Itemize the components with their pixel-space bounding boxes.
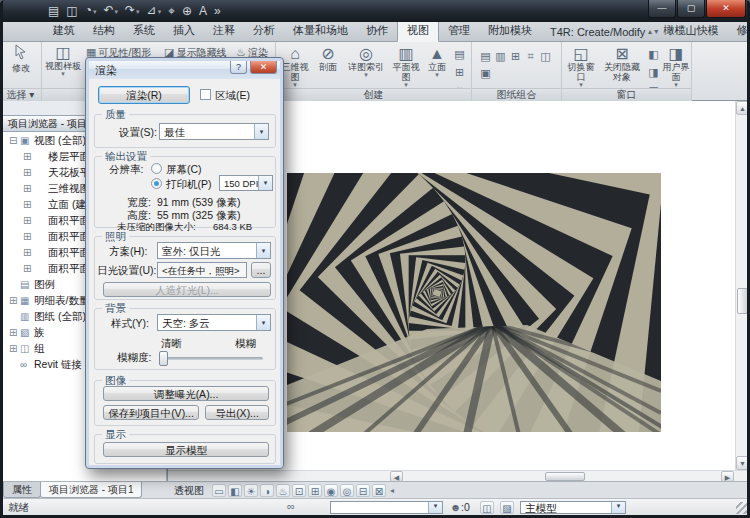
aligned-dimension-icon[interactable]: ⌖: [166, 2, 177, 20]
ribbon-tab[interactable]: 系统: [124, 20, 164, 41]
user-interface-button[interactable]: ◨ 用户界面 ▾: [662, 45, 690, 88]
crop-view-icon[interactable]: ⊡: [292, 484, 306, 497]
scheme-select[interactable]: 室外: 仅日光 ▾: [157, 242, 271, 259]
tree-toggle-icon[interactable]: ⊟: [9, 133, 20, 149]
ribbon-tab[interactable]: 分析: [244, 20, 284, 41]
ribbon-tab[interactable]: 插入: [164, 20, 204, 41]
ribbon-tab[interactable]: 管理: [439, 20, 479, 41]
save-to-project-button[interactable]: 保存到项目中(V)...: [103, 405, 199, 420]
tag-icon[interactable]: ⊕: [180, 2, 194, 20]
undo-icon[interactable]: ↶▾: [101, 1, 120, 21]
ribbon-tab[interactable]: 橄榄山快模: [654, 20, 727, 41]
select-panel-label[interactable]: 选择 ▾: [0, 88, 41, 101]
temporary-hide-isolate-icon[interactable]: ◉: [324, 484, 338, 497]
ribbon-minimize-icon[interactable]: ▴ ▾: [648, 27, 658, 36]
show-crop-region-icon[interactable]: ⊞: [308, 484, 322, 497]
sheet-panel-label[interactable]: 图纸组合: [472, 88, 561, 101]
region-label[interactable]: 区域(E): [215, 89, 250, 103]
screen-size-icon[interactable]: ▭: [212, 484, 226, 497]
editing-requests-icon[interactable]: ☻: [450, 501, 461, 513]
tree-toggle-icon[interactable]: ⊞: [23, 229, 34, 245]
dialog-close-icon[interactable]: ✕: [250, 61, 277, 74]
redo-icon[interactable]: ↷▾: [123, 1, 142, 21]
style-select[interactable]: 天空: 多云 ▾: [157, 314, 271, 331]
tree-toggle-icon[interactable]: ⊞: [9, 293, 20, 309]
tree-toggle-icon[interactable]: ⊞: [23, 261, 34, 277]
reveal-hidden-elements-icon[interactable]: ◎: [340, 484, 354, 497]
tree-toggle-icon[interactable]: ⊞: [23, 245, 34, 261]
plan-view-button[interactable]: ▥ 平面视图 ▾: [390, 45, 422, 88]
adjust-exposure-button[interactable]: 调整曝光(A)...: [103, 386, 269, 401]
scroll-down-icon[interactable]: ▼: [736, 456, 749, 470]
tree-toggle-icon[interactable]: ⊞: [23, 213, 34, 229]
ribbon-tab[interactable]: T4R: Create/Modify: [541, 23, 654, 41]
worksharing-display-icon[interactable]: ◫: [480, 501, 494, 514]
sun-browse-button[interactable]: ...: [251, 262, 271, 278]
blurriness-slider[interactable]: [161, 357, 263, 360]
viewbar-collapse-icon[interactable]: ◂: [390, 486, 394, 495]
printer-radio[interactable]: [151, 178, 162, 189]
artificial-lights-button[interactable]: 人造灯光(L)...: [103, 282, 271, 297]
dpi-select[interactable]: 150 DPI ▾: [219, 175, 273, 191]
more-tools-icon[interactable]: »: [212, 2, 223, 20]
tree-toggle-icon[interactable]: ⊞: [9, 341, 20, 357]
panel-icon[interactable]: ⊞: [508, 49, 523, 63]
printer-label[interactable]: 打印机(P): [166, 178, 212, 192]
resize-grip[interactable]: [736, 502, 748, 514]
panel-icon[interactable]: ⊞: [452, 65, 467, 79]
switch-windows-button[interactable]: ◱ 切换窗口 ▾: [564, 45, 598, 88]
tree-toggle-icon[interactable]: ⊞: [23, 181, 34, 197]
ribbon-tab[interactable]: 协作: [357, 20, 397, 41]
screen-radio[interactable]: [151, 163, 162, 174]
panel-icon[interactable]: ▤: [452, 47, 467, 61]
binoculars-icon[interactable]: ∞: [287, 500, 295, 512]
temporary-view-properties-icon[interactable]: ⊟: [356, 484, 370, 497]
panel-icon[interactable]: ▥: [493, 49, 508, 63]
callout-button[interactable]: ◎ 详图索引 ▾: [344, 45, 388, 78]
region-checkbox[interactable]: [200, 89, 211, 100]
tab-project-browser[interactable]: 项目浏览器 - 项目1: [40, 482, 142, 498]
elevation-button[interactable]: ▲ 立面 ▾: [424, 45, 450, 78]
windows-panel-label[interactable]: 窗口: [562, 88, 691, 101]
show-model-button[interactable]: 显示模型: [103, 442, 269, 457]
shadows-icon[interactable]: ◑: [260, 484, 274, 497]
section-button[interactable]: ⊘ 剖面: [314, 45, 342, 72]
ribbon-tab[interactable]: 结构: [84, 20, 124, 41]
ribbon-tab[interactable]: 修改: [727, 20, 750, 41]
vertical-scroll-thumb[interactable]: [737, 288, 748, 314]
panel-icon[interactable]: ◫: [538, 49, 553, 63]
tree-toggle-icon[interactable]: ⊞: [9, 325, 20, 341]
view-scale-label[interactable]: 透视图: [174, 484, 204, 498]
tree-toggle-icon[interactable]: ⊞: [23, 197, 34, 213]
screen-label[interactable]: 屏幕(C): [166, 163, 202, 177]
horizontal-scrollbar[interactable]: ◀ ▶: [168, 470, 748, 481]
visual-style-icon[interactable]: ◧: [228, 484, 242, 497]
view-template-button[interactable]: ◫ 视图样板 ▾: [44, 44, 82, 77]
save-icon[interactable]: ◫: [64, 2, 79, 20]
default-3d-view-icon[interactable]: ◔▾: [83, 1, 99, 21]
render-dialog-icon[interactable]: ♨: [276, 484, 290, 497]
tree-toggle-icon[interactable]: ⊞: [23, 165, 34, 181]
panel-icon[interactable]: ▣: [478, 66, 493, 80]
modify-button[interactable]: 修改: [4, 44, 38, 73]
scroll-up-icon[interactable]: ▲: [736, 101, 749, 115]
quality-setting-select[interactable]: 最佳 ▾: [159, 123, 269, 140]
horizontal-scroll-thumb[interactable]: [545, 472, 585, 481]
close-button[interactable]: ✕: [706, 0, 746, 18]
minimize-button[interactable]: —: [648, 0, 676, 18]
ribbon-tab[interactable]: 建筑: [44, 20, 84, 41]
vertical-scrollbar[interactable]: ▲ ▼: [735, 101, 748, 470]
ribbon-tab[interactable]: 注释: [204, 20, 244, 41]
measure-icon[interactable]: ⊿▾: [145, 1, 164, 21]
close-hidden-button[interactable]: ⊠ 关闭隐藏对象: [600, 45, 644, 82]
ribbon-tab[interactable]: 视图: [397, 19, 439, 42]
sun-setting-field[interactable]: <在任务中，照明>: [157, 262, 247, 278]
open-icon[interactable]: ▤: [46, 2, 61, 20]
sun-path-icon[interactable]: ☀: [244, 484, 258, 497]
create-panel-label[interactable]: 创建: [276, 88, 471, 101]
text-icon[interactable]: A: [197, 2, 209, 20]
maximize-button[interactable]: ▢: [677, 0, 705, 18]
reveal-constraints-icon[interactable]: ⊠: [372, 484, 386, 497]
panel-icon[interactable]: ◨: [646, 65, 661, 79]
ribbon-tab[interactable]: 体量和场地: [284, 20, 357, 41]
